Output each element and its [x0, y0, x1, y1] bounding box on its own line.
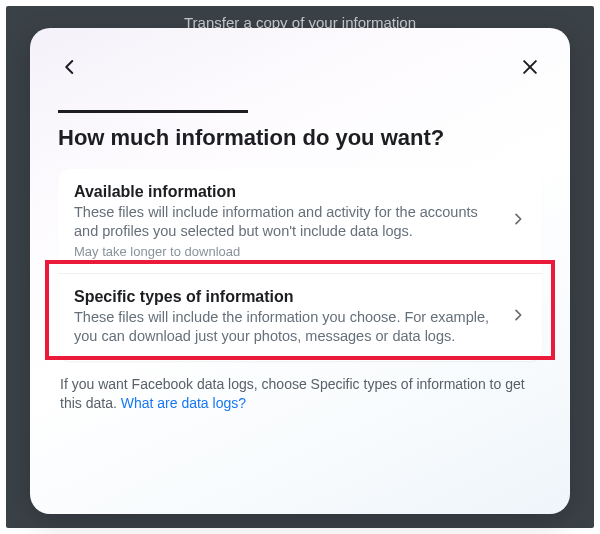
data-logs-link[interactable]: What are data logs? [121, 395, 246, 411]
info-amount-modal: How much information do you want? Availa… [30, 28, 570, 514]
option-description: These files will include information and… [74, 203, 500, 242]
modal-header [58, 52, 542, 82]
progress-indicator [58, 110, 248, 113]
close-icon[interactable] [518, 55, 542, 79]
option-available-information[interactable]: Available information These files will i… [58, 169, 542, 273]
option-specific-types[interactable]: Specific types of information These file… [58, 273, 542, 361]
option-note: May take longer to download [74, 244, 500, 259]
options-card: Available information These files will i… [58, 169, 542, 361]
footer-text: If you want Facebook data logs, choose S… [58, 375, 542, 414]
option-text: Specific types of information These file… [74, 288, 500, 347]
option-title: Available information [74, 183, 500, 201]
chevron-right-icon [510, 307, 526, 327]
option-title: Specific types of information [74, 288, 500, 306]
option-description: These files will include the information… [74, 308, 500, 347]
chevron-right-icon [510, 211, 526, 231]
back-icon[interactable] [58, 55, 82, 79]
option-text: Available information These files will i… [74, 183, 500, 259]
modal-title: How much information do you want? [58, 125, 542, 151]
